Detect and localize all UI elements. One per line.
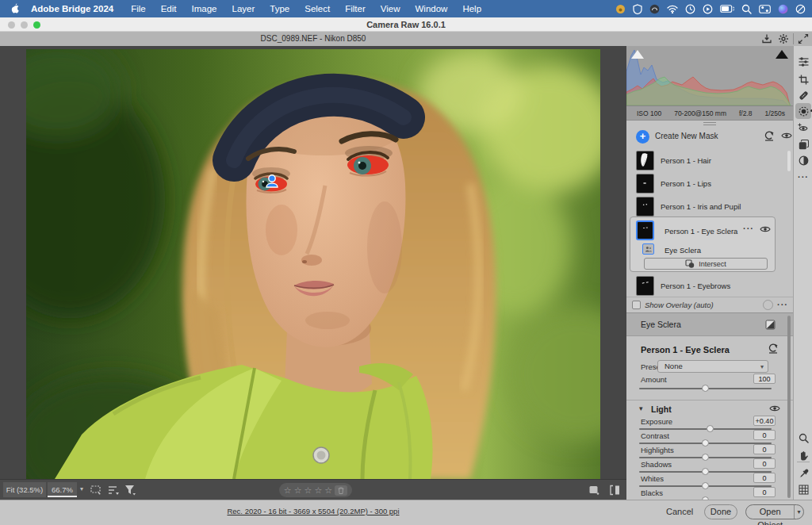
healing-tool-icon[interactable] [798, 90, 809, 101]
hand-tool-icon[interactable] [798, 450, 809, 461]
sort-icon[interactable] [108, 485, 120, 496]
menu-item-help[interactable]: Help [462, 4, 481, 13]
amount-value[interactable]: 100 [753, 374, 776, 384]
panel-resize-handle[interactable] [703, 122, 716, 125]
fullscreen-icon[interactable] [798, 33, 809, 44]
preferences-gear-icon[interactable] [778, 33, 789, 44]
screen-mirroring-icon[interactable] [703, 4, 713, 14]
menu-item-image[interactable]: Image [192, 4, 217, 13]
cancel-button[interactable]: Cancel [666, 507, 693, 516]
reset-adjustments-icon[interactable] [768, 343, 779, 354]
menu-item-edit[interactable]: Edit [161, 4, 177, 13]
fit-zoom-button[interactable]: Fit (32.5%) [3, 482, 46, 497]
add-mask-icon[interactable]: + [636, 130, 649, 144]
light-section-header[interactable]: ▾ Light [626, 400, 793, 416]
mask-row-eyebrows[interactable]: Person 1 - Eyebrows [626, 274, 793, 297]
intersect-button[interactable]: Intersect [644, 258, 768, 270]
white-balance-eyedropper-icon[interactable] [798, 468, 809, 479]
slider-value[interactable]: 0 [753, 458, 776, 469]
amount-slider-thumb[interactable] [702, 385, 709, 392]
menu-item-window[interactable]: Window [415, 4, 447, 13]
masking-tool-icon[interactable] [798, 105, 809, 117]
masks-visibility-eye-icon[interactable] [781, 132, 792, 140]
mask-options-icon[interactable]: ··· [743, 224, 754, 233]
slider-value[interactable]: +0.40 [753, 416, 776, 426]
star-icon[interactable]: ☆ [304, 484, 312, 496]
create-new-mask-button[interactable]: Create New Mask [655, 132, 718, 140]
clock-icon[interactable] [685, 4, 695, 14]
star-icon[interactable]: ☆ [324, 484, 332, 496]
mask-thumbnail-lips[interactable] [636, 174, 654, 194]
star-icon[interactable]: ☆ [284, 484, 292, 496]
color-sampler-grid-icon[interactable] [798, 484, 809, 495]
apple-menu-icon[interactable] [10, 3, 20, 14]
menu-item-file[interactable]: File [131, 4, 146, 13]
slider-value[interactable]: 0 [753, 444, 776, 454]
mask-thumbnail-eye-sclera[interactable] [636, 220, 654, 240]
snapshots-tool-icon[interactable] [798, 155, 809, 166]
preset-select[interactable]: None ▾ [657, 360, 768, 373]
crop-tool-icon[interactable] [798, 74, 809, 85]
menu-item-type[interactable]: Type [270, 4, 289, 13]
photo-preview[interactable] [26, 49, 600, 479]
more-tools-icon[interactable]: ··· [798, 171, 809, 182]
app-badge-icon[interactable] [615, 4, 626, 14]
filter-icon[interactable] [124, 485, 136, 496]
mask-preview-toggle-icon[interactable] [765, 320, 776, 330]
mask-label-selected[interactable]: Person 1 - Eye Sclera [665, 227, 737, 236]
zoom-tool-icon[interactable] [798, 432, 809, 443]
red-eye-tool-icon[interactable] [798, 122, 809, 133]
select-zoom-icon[interactable] [90, 485, 102, 496]
star-icon[interactable]: ☆ [294, 484, 302, 496]
shadow-clipping-indicator[interactable] [631, 50, 644, 59]
collapse-chevron-icon[interactable]: ▾ [639, 404, 643, 412]
before-after-icon[interactable] [609, 485, 621, 496]
mask-thumbnail-iris-pupil[interactable] [636, 197, 654, 217]
mask-thumbnail-eyebrows[interactable] [636, 276, 654, 296]
spotlight-search-icon[interactable] [741, 4, 752, 14]
battery-icon[interactable] [720, 5, 734, 13]
save-download-icon[interactable] [761, 33, 772, 44]
mask-component-label[interactable]: Eye Sclera [665, 246, 701, 255]
edit-tool-icon[interactable] [798, 56, 809, 67]
wifi-icon[interactable] [667, 5, 678, 13]
mask-row-lips[interactable]: Person 1 - Lips [626, 172, 793, 195]
histogram[interactable] [626, 46, 793, 105]
menu-item-filter[interactable]: Filter [345, 4, 366, 13]
slider-value[interactable]: 0 [753, 487, 776, 497]
mask-row-iris-pupil[interactable]: Person 1 - Iris and Pupil [626, 195, 793, 218]
reset-masks-icon[interactable] [764, 131, 775, 141]
shield-icon[interactable] [633, 4, 642, 14]
mask-thumbnail-hair[interactable] [636, 151, 654, 171]
show-overlay-checkbox[interactable] [632, 301, 641, 309]
overlay-color-swatch[interactable] [763, 300, 773, 310]
menu-item-layer[interactable]: Layer [232, 4, 255, 13]
slider-value[interactable]: 0 [753, 473, 776, 483]
amount-slider[interactable] [639, 388, 772, 389]
focus-icon[interactable] [795, 4, 806, 14]
workflow-options-link[interactable]: Rec. 2020 - 16 bit - 3669 x 5504 (20.2MP… [0, 507, 626, 515]
overlay-options-icon[interactable]: ··· [777, 300, 788, 309]
light-visibility-eye-icon[interactable] [769, 404, 780, 412]
presets-tool-icon[interactable] [798, 139, 809, 150]
mask-component-icon[interactable] [642, 243, 654, 255]
zoom-level-button[interactable]: 66.7% [48, 482, 77, 497]
done-button[interactable]: Done [704, 504, 737, 519]
menu-item-select[interactable]: Select [304, 4, 330, 13]
preview-mode-icon[interactable] [588, 485, 599, 496]
open-object-button[interactable]: Open Object [746, 505, 794, 519]
highlight-clipping-indicator[interactable] [776, 50, 788, 59]
menu-item-view[interactable]: View [381, 4, 400, 13]
image-canvas[interactable] [0, 46, 626, 479]
zoom-dropdown-chevron-icon[interactable]: ▾ [80, 485, 83, 492]
control-center-icon[interactable] [759, 5, 771, 13]
panel-scrollbar[interactable] [787, 316, 791, 498]
creative-cloud-icon[interactable] [649, 4, 660, 14]
siri-icon[interactable] [778, 4, 788, 14]
mask-list-scrollbar[interactable] [787, 151, 791, 171]
document-tab[interactable]: DSC_0989.NEF - Nikon D850 [0, 32, 626, 46]
star-icon[interactable]: ☆ [314, 484, 322, 496]
reject-trash-icon[interactable] [335, 485, 347, 496]
mask-row-hair[interactable]: Person 1 - Hair [626, 149, 793, 172]
mask-visibility-eye-icon[interactable] [760, 225, 771, 233]
